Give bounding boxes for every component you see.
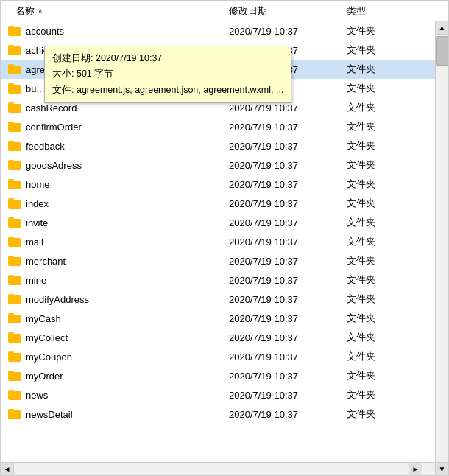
file-type-cell: 文件夹: [347, 216, 435, 229]
file-name-cell: newsDetail: [1, 409, 229, 420]
table-row[interactable]: goodsAdress2020/7/19 10:37文件夹: [1, 155, 435, 175]
horizontal-scrollbar: ◄ ►: [1, 462, 435, 475]
scroll-left-button[interactable]: ◄: [1, 463, 14, 476]
file-type-cell: 文件夹: [347, 350, 435, 363]
file-date-cell: 2020/7/19 10:37: [229, 160, 347, 171]
table-row[interactable]: home2020/7/19 10:37文件夹: [1, 175, 435, 194]
table-row[interactable]: mine2020/7/19 10:37文件夹: [1, 270, 435, 290]
table-row[interactable]: merchant2020/7/19 10:37文件夹: [1, 251, 435, 270]
table-row[interactable]: confirmOrder2020/7/19 10:37文件夹: [1, 117, 435, 136]
scroll-thumb[interactable]: [436, 36, 448, 66]
date-column-header[interactable]: 修改日期: [229, 4, 347, 18]
file-date-cell: 2020/7/19 10:37: [229, 217, 347, 228]
file-type-cell: 文件夹: [347, 178, 435, 191]
file-date-cell: 2020/7/19 10:37: [229, 179, 347, 190]
file-name-cell: myCollect: [1, 332, 229, 343]
scroll-down-button[interactable]: ▼: [436, 462, 449, 475]
folder-icon: [8, 256, 21, 266]
file-name-label: mine: [26, 275, 46, 286]
table-row[interactable]: agreement2020/7/19 10:37文件夹: [1, 60, 435, 79]
folder-icon: [8, 351, 21, 362]
table-row[interactable]: myCollect2020/7/19 10:37文件夹: [1, 328, 435, 347]
sort-arrow-icon: ∧: [38, 7, 43, 15]
file-name-label: index: [26, 198, 49, 209]
file-date-cell: 2020/7/19 10:37: [229, 351, 347, 363]
folder-icon: [8, 179, 21, 189]
table-row[interactable]: modifyAddress2020/7/19 10:37文件夹: [1, 290, 435, 309]
file-name-label: achievement: [26, 45, 80, 56]
table-row[interactable]: accounts2020/7/19 10:37文件夹: [1, 21, 435, 41]
file-type-cell: 文件夹: [347, 82, 435, 95]
file-type-cell: 文件夹: [347, 312, 435, 325]
table-row[interactable]: bu...文件夹: [1, 79, 435, 98]
file-list[interactable]: accounts2020/7/19 10:37文件夹achievement202…: [1, 21, 435, 462]
table-row[interactable]: news2020/7/19 10:37文件夹: [1, 385, 435, 405]
folder-icon: [8, 217, 21, 228]
folder-icon: [8, 390, 21, 400]
file-type-cell: 文件夹: [347, 197, 435, 210]
folder-icon: [8, 26, 21, 36]
table-row[interactable]: myCoupon2020/7/19 10:37文件夹: [1, 347, 435, 366]
file-date-cell: 2020/7/19 10:37: [229, 198, 347, 209]
folder-icon: [8, 275, 21, 285]
file-type-cell: 文件夹: [347, 369, 435, 382]
file-date-cell: 2020/7/19 10:37: [229, 294, 347, 305]
file-name-cell: confirmOrder: [1, 122, 229, 133]
folder-icon: [8, 313, 21, 323]
file-name-label: news: [26, 390, 48, 401]
file-name-cell: bu...: [1, 83, 229, 94]
scroll-right-button[interactable]: ►: [409, 463, 422, 476]
table-row[interactable]: myCash2020/7/19 10:37文件夹: [1, 309, 435, 328]
file-name-label: invite: [26, 217, 48, 228]
file-date-cell: 2020/7/19 10:37: [229, 45, 347, 56]
folder-icon: [8, 122, 21, 132]
table-row[interactable]: myOrder2020/7/19 10:37文件夹: [1, 366, 435, 385]
vertical-scrollbar: ▲ ▼: [435, 21, 448, 475]
file-date-cell: 2020/7/19 10:37: [229, 256, 347, 267]
scroll-track[interactable]: [14, 463, 422, 476]
file-type-cell: 文件夹: [347, 388, 435, 402]
file-name-cell: achievement: [1, 45, 229, 56]
type-column-header[interactable]: 类型: [347, 4, 448, 18]
file-name-cell: merchant: [1, 256, 229, 267]
table-row[interactable]: mail2020/7/19 10:37文件夹: [1, 232, 435, 251]
scroll-up-button[interactable]: ▲: [436, 21, 449, 35]
file-name-cell: cashRecord: [1, 102, 229, 113]
folder-icon: [8, 141, 21, 151]
table-row[interactable]: feedback2020/7/19 10:37文件夹: [1, 136, 435, 155]
file-name-cell: feedback: [1, 141, 229, 152]
folder-icon: [8, 332, 21, 343]
file-date-cell: 2020/7/19 10:37: [229, 122, 347, 133]
name-column-header[interactable]: 名称 ∧: [1, 4, 229, 18]
column-headers: 名称 ∧ 修改日期 类型: [1, 1, 448, 21]
file-date-cell: 2020/7/19 10:37: [229, 371, 347, 382]
file-name-cell: mine: [1, 275, 229, 286]
file-name-label: mail: [26, 237, 43, 248]
table-row[interactable]: cashRecord2020/7/19 10:37文件夹: [1, 98, 435, 117]
file-name-label: myCash: [26, 313, 61, 324]
table-row[interactable]: invite2020/7/19 10:37文件夹: [1, 213, 435, 232]
file-type-cell: 文件夹: [347, 101, 435, 114]
table-row[interactable]: newsDetail2020/7/19 10:37文件夹: [1, 405, 435, 424]
file-type-cell: 文件夹: [347, 139, 435, 153]
folder-icon: [8, 237, 21, 247]
file-type-cell: 文件夹: [347, 407, 435, 421]
file-name-label: goodsAdress: [26, 160, 82, 171]
file-date-cell: 2020/7/19 10:37: [229, 141, 347, 152]
main-content: accounts2020/7/19 10:37文件夹achievement202…: [1, 21, 448, 475]
table-row[interactable]: achievement2020/7/19 10:37文件夹: [1, 41, 435, 60]
table-row[interactable]: index2020/7/19 10:37文件夹: [1, 194, 435, 213]
file-name-cell: agreement: [1, 64, 229, 75]
file-name-cell: news: [1, 390, 229, 401]
file-type-cell: 文件夹: [347, 24, 435, 38]
file-name-label: feedback: [26, 141, 65, 152]
folder-icon: [8, 102, 21, 113]
file-date-cell: 2020/7/19 10:37: [229, 102, 347, 113]
file-name-label: bu...: [26, 83, 44, 94]
file-date-cell: 2020/7/19 10:37: [229, 64, 347, 75]
file-list-area: accounts2020/7/19 10:37文件夹achievement202…: [1, 21, 435, 475]
file-name-label: myOrder: [26, 371, 63, 382]
folder-icon: [8, 83, 21, 94]
file-name-label: agreement: [26, 64, 71, 75]
file-type-cell: 文件夹: [347, 63, 435, 76]
